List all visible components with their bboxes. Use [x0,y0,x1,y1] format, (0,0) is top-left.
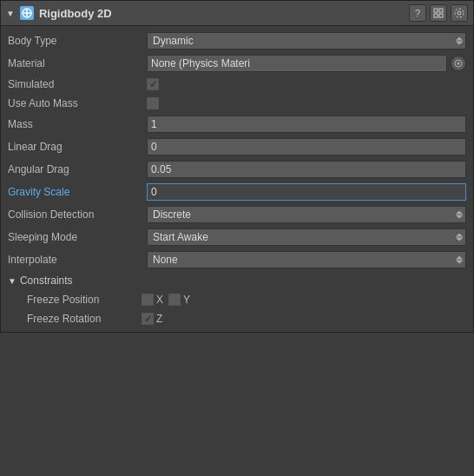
sleeping-mode-row: Sleeping Mode Never Sleep Start Awake St… [1,226,473,248]
interpolate-value: None Interpolate Extrapolate [147,251,466,268]
svg-rect-3 [434,9,438,12]
collision-detection-label: Collision Detection [8,208,147,221]
freeze-rotation-z-group: Z [142,313,162,325]
interpolate-row: Interpolate None Interpolate Extrapolate [1,248,473,271]
freeze-rotation-z-checkbox[interactable] [142,313,154,325]
component-header: ▼ Rigidbody 2D ? [1,1,473,26]
collision-detection-dropdown-wrapper: Discrete Continuous [147,206,466,223]
gravity-scale-row: Gravity Scale [1,181,473,203]
angular-drag-row: Angular Drag [1,158,473,181]
collision-detection-row: Collision Detection Discrete Continuous [1,203,473,226]
svg-rect-6 [439,14,443,17]
linear-drag-label: Linear Drag [8,141,147,153]
component-title: Rigidbody 2D [39,7,404,20]
layout-button[interactable] [430,4,447,22]
gravity-scale-input[interactable] [147,183,466,201]
simulated-checkbox[interactable] [147,78,159,90]
sleeping-mode-value: Never Sleep Start Awake Start Asleep [147,228,466,246]
gear-button[interactable] [451,4,468,22]
mass-row: Mass [1,113,473,136]
body-type-label: Body Type [8,35,147,47]
interpolate-dropdown-wrapper: None Interpolate Extrapolate [147,251,466,268]
material-label: Material [8,57,147,69]
body-type-row: Body Type Dynamic Kinematic Static [1,30,473,52]
component-body: Body Type Dynamic Kinematic Static Mater [1,26,473,332]
freeze-position-x-label: X [156,294,163,306]
constraints-arrow-icon: ▼ [8,276,16,286]
body-type-dropdown[interactable]: Dynamic Kinematic Static [147,32,466,50]
svg-point-10 [458,63,460,65]
use-auto-mass-checkbox[interactable] [147,97,159,109]
svg-point-8 [455,9,464,17]
use-auto-mass-value [147,97,466,109]
constraints-section-header[interactable]: ▼ Constraints [1,271,473,290]
freeze-rotation-z-label: Z [156,313,162,325]
freeze-rotation-label: Freeze Rotation [27,313,142,325]
freeze-rotation-row: Freeze Rotation Z [1,309,473,328]
collapse-arrow-icon[interactable]: ▼ [6,9,15,18]
svg-rect-5 [434,14,438,17]
interpolate-dropdown[interactable]: None Interpolate Extrapolate [147,251,466,268]
freeze-rotation-controls: Z [142,313,162,325]
mass-input[interactable] [147,116,466,133]
angular-drag-value [147,161,466,178]
freeze-position-y-group: Y [168,294,190,306]
freeze-position-x-group: X [142,294,163,306]
angular-drag-label: Angular Drag [8,163,147,175]
interpolate-label: Interpolate [8,254,147,266]
svg-rect-4 [439,9,443,12]
material-input[interactable] [147,55,447,72]
freeze-position-label: Freeze Position [27,294,142,306]
sleeping-mode-dropdown[interactable]: Never Sleep Start Awake Start Asleep [147,228,466,246]
component-icon [20,6,34,20]
simulated-value [147,78,466,90]
collision-detection-value: Discrete Continuous [147,206,466,223]
freeze-position-x-checkbox[interactable] [142,294,154,306]
help-button[interactable]: ? [409,4,426,22]
body-type-dropdown-wrapper: Dynamic Kinematic Static [147,32,466,50]
linear-drag-row: Linear Drag [1,136,473,158]
freeze-position-y-checkbox[interactable] [168,294,181,306]
rigidbody2d-panel: ▼ Rigidbody 2D ? [0,0,474,333]
freeze-position-y-label: Y [183,294,190,306]
linear-drag-value [147,138,466,155]
angular-drag-input[interactable] [147,161,466,178]
material-picker-button[interactable] [451,56,466,71]
use-auto-mass-row: Use Auto Mass [1,94,473,113]
material-value [147,55,466,72]
mass-value [147,116,466,133]
constraints-title: Constraints [20,274,73,287]
material-row: Material [1,52,473,75]
simulated-label: Simulated [8,78,147,90]
simulated-row: Simulated [1,75,473,94]
header-actions: ? [409,4,468,22]
mass-label: Mass [8,118,147,130]
collision-detection-dropdown[interactable]: Discrete Continuous [147,206,466,223]
sleeping-mode-dropdown-wrapper: Never Sleep Start Awake Start Asleep [147,228,466,246]
gravity-scale-value [147,183,466,201]
sleeping-mode-label: Sleeping Mode [8,231,147,243]
freeze-position-controls: X Y [142,294,190,306]
gravity-scale-label: Gravity Scale [8,186,147,198]
freeze-position-row: Freeze Position X Y [1,290,473,309]
body-type-value: Dynamic Kinematic Static [147,32,466,50]
svg-point-7 [458,11,461,15]
use-auto-mass-label: Use Auto Mass [8,97,147,109]
linear-drag-input[interactable] [147,138,466,155]
